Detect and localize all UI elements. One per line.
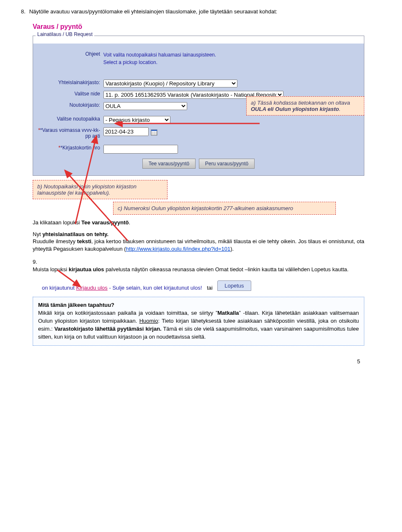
info-box-heading: Mitä tämän jälkeen tapahtuu?: [38, 302, 114, 308]
calendar-icon[interactable]: [151, 129, 157, 136]
ohjeet-text: Voit valita noutopaikaksi haluamasi lain…: [103, 51, 216, 66]
step-8-number: 8.: [21, 8, 28, 15]
page-number: 5: [21, 358, 360, 365]
kirjastokortin-input[interactable]: [103, 145, 178, 154]
svg-rect-1: [151, 130, 157, 131]
step-8-text: Näytölle avautuu varaus/pyyntölomake eli…: [29, 8, 373, 15]
logout-pre: on kirjautunut: [42, 285, 76, 291]
callout-b: b) Noutopaikaksi jokin yliopiston kirjas…: [33, 180, 168, 199]
callout-b-text: b) Noutopaikaksi jokin yliopiston kirjas…: [37, 183, 137, 196]
yhteislainakirjasto-label: Yhteislainakirjasto:: [37, 80, 102, 85]
tehty-block: Nyt yhteislainatilaus on tehty. Ruudulle…: [33, 231, 364, 253]
legend-label: Lainatilaus / UB Request: [36, 31, 94, 37]
form-title: Varaus / pyyntö: [33, 23, 381, 31]
varaus-voimassa-label: **Varaus voimassa vvvv-kk-pp asti: [37, 127, 102, 139]
ohjeet-label: Ohjeet: [37, 51, 102, 57]
valitse-noutopaikka-select[interactable]: - Pegasus kirjasto: [103, 116, 170, 124]
callout-a: a) Tässä kohdassa tietokannan on oltava …: [246, 96, 364, 116]
tehty-para: Ruudulle ilmestyy teksti, joka kertoo ti…: [33, 238, 364, 252]
ohjeet-line2: Select a pickup location.: [103, 59, 157, 65]
tai-text: tai: [207, 285, 213, 291]
tehty-heading: Nyt yhteislainatilaus on tehty.: [33, 231, 364, 238]
kirjastokortin-label: **Kirjastokortin nro: [37, 145, 102, 151]
callout-c-text: c) Numeroksi Oulun yliopiston kirjastoko…: [118, 205, 293, 211]
logout-link[interactable]: Kirjaudu ulos: [76, 285, 108, 291]
step-9-number: 9.: [33, 258, 39, 266]
step-9-text: Muista lopuksi kirjautua ulos palvelusta…: [33, 266, 363, 273]
callout-a-text: a) Tässä kohdassa tietokannan on oltava …: [251, 100, 350, 112]
yhteislainakirjasto-select[interactable]: Varastokirjasto (Kuopio) / Repository Li…: [103, 80, 237, 87]
lopetus-tab[interactable]: Lopetus: [217, 280, 251, 291]
cancel-button[interactable]: Peru varaus/pyyntö: [199, 159, 255, 169]
pegasus-link[interactable]: http://www.kirjasto.oulu.fi/index.php?id…: [126, 246, 231, 252]
valitse-nide-label: Valitse nide: [37, 91, 102, 97]
klikataan-text: Ja klikataan lopuksi Tee varaus/pyyntö.: [33, 219, 364, 226]
step-8: 8. Näytölle avautuu varaus/pyyntölomake …: [21, 8, 381, 15]
info-box: Mitä tämän jälkeen tapahtuu? Mikäli kirj…: [33, 297, 364, 345]
noutokirjasto-select[interactable]: OULA: [103, 102, 187, 110]
varaus-voimassa-input[interactable]: [103, 127, 149, 136]
logout-post: - Sulje selain, kun olet kirjautunut ulo…: [109, 285, 202, 291]
submit-button[interactable]: Tee varaus/pyyntö: [142, 159, 196, 169]
step-9: 9. Muista lopuksi kirjautua ulos palvelu…: [33, 258, 364, 273]
ohjeet-line1: Voit valita noutopaikaksi haluamasi lain…: [103, 52, 216, 58]
callout-c: c) Numeroksi Oulun yliopiston kirjastoko…: [113, 202, 336, 215]
valitse-noutopaikka-label: Valitse noutopaikka: [37, 116, 102, 122]
info-box-body: Mikäli kirja on kotikirjastossaan paikal…: [38, 310, 359, 340]
noutokirjasto-label: Noutokirjasto:: [37, 102, 102, 108]
logout-bar: on kirjautunut Kirjaudu ulos - Sulje sel…: [42, 280, 381, 291]
